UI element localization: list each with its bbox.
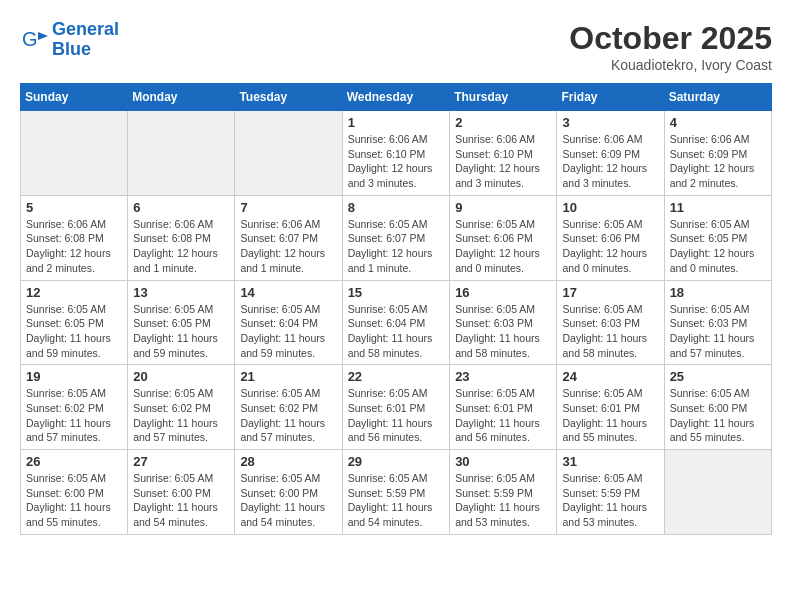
location-subtitle: Kouadiotekro, Ivory Coast: [569, 57, 772, 73]
day-info: Sunrise: 6:05 AMSunset: 6:00 PMDaylight:…: [240, 471, 336, 530]
day-info: Sunrise: 6:05 AMSunset: 6:00 PMDaylight:…: [133, 471, 229, 530]
day-info: Sunrise: 6:05 AMSunset: 5:59 PMDaylight:…: [348, 471, 445, 530]
calendar-day-cell: 15Sunrise: 6:05 AMSunset: 6:04 PMDayligh…: [342, 280, 450, 365]
svg-text:G: G: [22, 28, 38, 50]
day-number: 10: [562, 200, 658, 215]
logo: G General Blue: [20, 20, 119, 60]
day-info: Sunrise: 6:05 AMSunset: 6:04 PMDaylight:…: [240, 302, 336, 361]
day-number: 11: [670, 200, 766, 215]
day-info: Sunrise: 6:05 AMSunset: 5:59 PMDaylight:…: [562, 471, 658, 530]
calendar-day-cell: 3Sunrise: 6:06 AMSunset: 6:09 PMDaylight…: [557, 111, 664, 196]
day-info: Sunrise: 6:05 AMSunset: 6:03 PMDaylight:…: [455, 302, 551, 361]
day-info: Sunrise: 6:06 AMSunset: 6:07 PMDaylight:…: [240, 217, 336, 276]
day-info: Sunrise: 6:05 AMSunset: 6:07 PMDaylight:…: [348, 217, 445, 276]
calendar-week-row: 12Sunrise: 6:05 AMSunset: 6:05 PMDayligh…: [21, 280, 772, 365]
day-info: Sunrise: 6:05 AMSunset: 6:01 PMDaylight:…: [562, 386, 658, 445]
page-header: G General Blue October 2025 Kouadiotekro…: [20, 20, 772, 73]
day-number: 24: [562, 369, 658, 384]
day-number: 12: [26, 285, 122, 300]
day-number: 16: [455, 285, 551, 300]
day-number: 22: [348, 369, 445, 384]
day-number: 2: [455, 115, 551, 130]
day-info: Sunrise: 6:06 AMSunset: 6:09 PMDaylight:…: [670, 132, 766, 191]
calendar-day-cell: [664, 450, 771, 535]
day-number: 30: [455, 454, 551, 469]
day-info: Sunrise: 6:06 AMSunset: 6:08 PMDaylight:…: [26, 217, 122, 276]
calendar-day-cell: [21, 111, 128, 196]
day-info: Sunrise: 6:06 AMSunset: 6:10 PMDaylight:…: [348, 132, 445, 191]
day-info: Sunrise: 6:05 AMSunset: 6:04 PMDaylight:…: [348, 302, 445, 361]
day-info: Sunrise: 6:05 AMSunset: 6:05 PMDaylight:…: [670, 217, 766, 276]
weekday-header: Monday: [128, 84, 235, 111]
weekday-header-row: SundayMondayTuesdayWednesdayThursdayFrid…: [21, 84, 772, 111]
calendar-day-cell: 6Sunrise: 6:06 AMSunset: 6:08 PMDaylight…: [128, 195, 235, 280]
day-number: 25: [670, 369, 766, 384]
day-number: 7: [240, 200, 336, 215]
day-number: 19: [26, 369, 122, 384]
day-info: Sunrise: 6:05 AMSunset: 6:06 PMDaylight:…: [562, 217, 658, 276]
day-info: Sunrise: 6:05 AMSunset: 6:03 PMDaylight:…: [562, 302, 658, 361]
calendar-day-cell: [235, 111, 342, 196]
calendar-day-cell: [128, 111, 235, 196]
day-number: 13: [133, 285, 229, 300]
logo-icon: G: [20, 26, 48, 54]
calendar-day-cell: 19Sunrise: 6:05 AMSunset: 6:02 PMDayligh…: [21, 365, 128, 450]
calendar-day-cell: 30Sunrise: 6:05 AMSunset: 5:59 PMDayligh…: [450, 450, 557, 535]
calendar-week-row: 5Sunrise: 6:06 AMSunset: 6:08 PMDaylight…: [21, 195, 772, 280]
day-info: Sunrise: 6:05 AMSunset: 6:06 PMDaylight:…: [455, 217, 551, 276]
weekday-header: Tuesday: [235, 84, 342, 111]
calendar-day-cell: 8Sunrise: 6:05 AMSunset: 6:07 PMDaylight…: [342, 195, 450, 280]
day-number: 23: [455, 369, 551, 384]
calendar-day-cell: 25Sunrise: 6:05 AMSunset: 6:00 PMDayligh…: [664, 365, 771, 450]
day-number: 26: [26, 454, 122, 469]
title-block: October 2025 Kouadiotekro, Ivory Coast: [569, 20, 772, 73]
calendar-day-cell: 26Sunrise: 6:05 AMSunset: 6:00 PMDayligh…: [21, 450, 128, 535]
day-info: Sunrise: 6:05 AMSunset: 6:02 PMDaylight:…: [26, 386, 122, 445]
weekday-header: Wednesday: [342, 84, 450, 111]
day-info: Sunrise: 6:05 AMSunset: 6:05 PMDaylight:…: [26, 302, 122, 361]
calendar-day-cell: 4Sunrise: 6:06 AMSunset: 6:09 PMDaylight…: [664, 111, 771, 196]
day-number: 15: [348, 285, 445, 300]
day-number: 21: [240, 369, 336, 384]
calendar-day-cell: 24Sunrise: 6:05 AMSunset: 6:01 PMDayligh…: [557, 365, 664, 450]
calendar-day-cell: 21Sunrise: 6:05 AMSunset: 6:02 PMDayligh…: [235, 365, 342, 450]
day-info: Sunrise: 6:06 AMSunset: 6:10 PMDaylight:…: [455, 132, 551, 191]
month-title: October 2025: [569, 20, 772, 57]
calendar-week-row: 26Sunrise: 6:05 AMSunset: 6:00 PMDayligh…: [21, 450, 772, 535]
calendar-week-row: 19Sunrise: 6:05 AMSunset: 6:02 PMDayligh…: [21, 365, 772, 450]
day-number: 6: [133, 200, 229, 215]
day-number: 8: [348, 200, 445, 215]
weekday-header: Sunday: [21, 84, 128, 111]
calendar-day-cell: 13Sunrise: 6:05 AMSunset: 6:05 PMDayligh…: [128, 280, 235, 365]
calendar-day-cell: 28Sunrise: 6:05 AMSunset: 6:00 PMDayligh…: [235, 450, 342, 535]
calendar-day-cell: 29Sunrise: 6:05 AMSunset: 5:59 PMDayligh…: [342, 450, 450, 535]
calendar-day-cell: 5Sunrise: 6:06 AMSunset: 6:08 PMDaylight…: [21, 195, 128, 280]
day-info: Sunrise: 6:05 AMSunset: 6:00 PMDaylight:…: [26, 471, 122, 530]
calendar-day-cell: 31Sunrise: 6:05 AMSunset: 5:59 PMDayligh…: [557, 450, 664, 535]
calendar-week-row: 1Sunrise: 6:06 AMSunset: 6:10 PMDaylight…: [21, 111, 772, 196]
weekday-header: Friday: [557, 84, 664, 111]
day-info: Sunrise: 6:06 AMSunset: 6:08 PMDaylight:…: [133, 217, 229, 276]
calendar-table: SundayMondayTuesdayWednesdayThursdayFrid…: [20, 83, 772, 535]
day-info: Sunrise: 6:05 AMSunset: 6:03 PMDaylight:…: [670, 302, 766, 361]
day-info: Sunrise: 6:05 AMSunset: 6:02 PMDaylight:…: [240, 386, 336, 445]
calendar-day-cell: 2Sunrise: 6:06 AMSunset: 6:10 PMDaylight…: [450, 111, 557, 196]
calendar-day-cell: 17Sunrise: 6:05 AMSunset: 6:03 PMDayligh…: [557, 280, 664, 365]
day-number: 5: [26, 200, 122, 215]
day-number: 18: [670, 285, 766, 300]
calendar-day-cell: 18Sunrise: 6:05 AMSunset: 6:03 PMDayligh…: [664, 280, 771, 365]
svg-marker-1: [38, 32, 48, 40]
day-info: Sunrise: 6:05 AMSunset: 6:01 PMDaylight:…: [348, 386, 445, 445]
day-info: Sunrise: 6:05 AMSunset: 5:59 PMDaylight:…: [455, 471, 551, 530]
logo-text: General Blue: [52, 20, 119, 60]
day-info: Sunrise: 6:05 AMSunset: 6:02 PMDaylight:…: [133, 386, 229, 445]
calendar-day-cell: 11Sunrise: 6:05 AMSunset: 6:05 PMDayligh…: [664, 195, 771, 280]
day-number: 3: [562, 115, 658, 130]
day-number: 1: [348, 115, 445, 130]
day-number: 9: [455, 200, 551, 215]
day-number: 27: [133, 454, 229, 469]
day-info: Sunrise: 6:05 AMSunset: 6:00 PMDaylight:…: [670, 386, 766, 445]
day-info: Sunrise: 6:06 AMSunset: 6:09 PMDaylight:…: [562, 132, 658, 191]
calendar-day-cell: 1Sunrise: 6:06 AMSunset: 6:10 PMDaylight…: [342, 111, 450, 196]
calendar-day-cell: 23Sunrise: 6:05 AMSunset: 6:01 PMDayligh…: [450, 365, 557, 450]
